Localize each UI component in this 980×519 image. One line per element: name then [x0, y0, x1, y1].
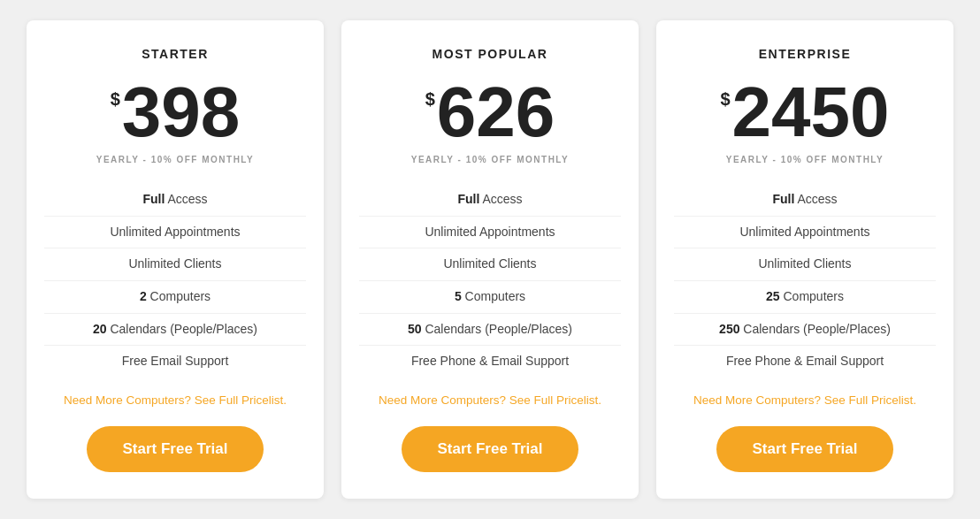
pricelist-link[interactable]: Need More Computers? See Full Pricelist. — [64, 393, 287, 407]
feature-item: 250 Calendars (People/Places) — [674, 314, 936, 347]
pricelist-link[interactable]: Need More Computers? See Full Pricelist. — [693, 393, 916, 407]
feature-item: Free Phone & Email Support — [359, 346, 621, 378]
start-trial-button[interactable]: Start Free Trial — [87, 426, 264, 472]
price-wrapper: $398 — [111, 77, 241, 148]
plan-name: ENTERPRISE — [759, 47, 851, 61]
pricing-card-starter: STARTER$398YEARLY - 10% OFF MONTHLYFull … — [27, 20, 324, 499]
feature-item: Unlimited Appointments — [44, 217, 306, 249]
feature-item: Full Access — [359, 184, 621, 217]
price-amount: 398 — [122, 77, 240, 148]
feature-item: Unlimited Clients — [359, 248, 621, 281]
feature-item: Free Phone & Email Support — [674, 346, 936, 378]
feature-item: Unlimited Clients — [44, 248, 306, 281]
feature-item: 2 Computers — [44, 281, 306, 314]
start-trial-button[interactable]: Start Free Trial — [402, 426, 578, 472]
plan-name: MOST POPULAR — [433, 47, 548, 61]
price-wrapper: $626 — [425, 77, 555, 148]
feature-item: Full Access — [674, 184, 936, 217]
feature-item: 5 Computers — [359, 281, 621, 314]
feature-item: 20 Calendars (People/Places) — [44, 314, 306, 347]
pricelist-link[interactable]: Need More Computers? See Full Pricelist. — [379, 393, 601, 407]
price-dollar-sign: $ — [425, 89, 435, 110]
price-dollar-sign: $ — [111, 89, 120, 110]
pricing-card-most-popular: MOST POPULAR$626YEARLY - 10% OFF MONTHLY… — [341, 20, 639, 499]
features-list: Full AccessUnlimited AppointmentsUnlimit… — [359, 184, 621, 378]
price-wrapper: $2450 — [720, 77, 889, 148]
price-period: YEARLY - 10% OFF MONTHLY — [726, 155, 884, 164]
start-trial-button[interactable]: Start Free Trial — [716, 426, 893, 472]
price-dollar-sign: $ — [720, 89, 730, 110]
feature-item: Unlimited Appointments — [359, 217, 621, 249]
feature-item: Free Email Support — [44, 346, 306, 378]
feature-item: Unlimited Clients — [674, 248, 936, 281]
feature-item: Full Access — [44, 184, 306, 217]
features-list: Full AccessUnlimited AppointmentsUnlimit… — [674, 184, 936, 378]
price-period: YEARLY - 10% OFF MONTHLY — [411, 155, 569, 164]
pricing-card-enterprise: ENTERPRISE$2450YEARLY - 10% OFF MONTHLYF… — [656, 20, 953, 499]
price-amount: 2450 — [732, 77, 890, 148]
price-amount: 626 — [437, 77, 555, 148]
feature-item: Unlimited Appointments — [674, 217, 936, 249]
features-list: Full AccessUnlimited AppointmentsUnlimit… — [44, 184, 306, 378]
feature-item: 50 Calendars (People/Places) — [359, 314, 621, 347]
price-period: YEARLY - 10% OFF MONTHLY — [96, 155, 254, 164]
plan-name: STARTER — [142, 47, 209, 61]
feature-item: 25 Computers — [674, 281, 936, 314]
pricing-container: STARTER$398YEARLY - 10% OFF MONTHLYFull … — [0, 11, 980, 508]
